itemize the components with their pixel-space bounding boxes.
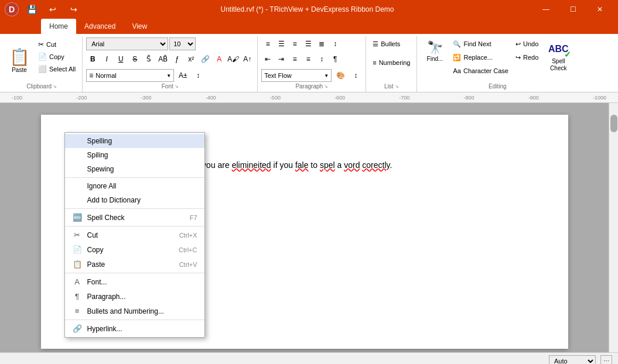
undo-button[interactable]: ↩ Undo [513,37,541,50]
font-color-button[interactable]: A [213,53,226,66]
redo-button[interactable]: ↪ Redo [513,51,541,64]
text-flow-dropdown[interactable]: Text Flow ▼ [261,69,332,82]
font-size-select[interactable]: 10 [169,37,196,50]
link-button[interactable]: 🔗 [199,53,211,66]
document-scroll[interactable]: Speling contest Speling contest - a kont… [0,103,609,352]
word-vord: vord [344,160,360,170]
highlight-button[interactable]: A🖌 [227,53,240,66]
ctx-item-ignore-all[interactable]: Ignore All [65,179,204,193]
align-left-button[interactable]: ≡ [261,37,274,50]
character-case-button[interactable]: Aa Character Case [450,64,511,77]
ctx-item-spell-check[interactable]: 🔤 Spell Check F7 [65,210,204,225]
style-dropdown[interactable]: ≡ Normal ▼ [86,69,174,82]
copy-label: Copy [49,53,64,60]
list-button[interactable]: ≡ [288,53,301,66]
ctx-item-bullets[interactable]: ≡ Bullets and Numbering... [65,304,204,318]
strikethrough-button[interactable]: S [128,53,141,66]
spell-check-icon: ABC ✓ [548,40,569,58]
list-buttons: ☰ Bullets ≡ Numbering [370,37,413,69]
close-button[interactable]: ✕ [586,0,613,19]
save-button[interactable]: 💾 [23,1,40,18]
font-special-button[interactable]: ↕ [192,69,204,82]
ctx-item-spiling[interactable]: Spiling [65,148,204,162]
word-corectly: corectly [362,160,390,170]
overline-button[interactable]: AB̄ [156,53,169,66]
para-mark-button[interactable]: ¶ [329,53,342,66]
shadow-button[interactable]: S̄ [142,53,155,66]
undo-label: Undo [523,40,538,47]
spell-check-shortcut: F7 [190,214,197,221]
para-special2[interactable]: ↕ [349,69,362,82]
text-flow-arrow: ▼ [324,73,329,78]
fontsize-up-button[interactable]: A↑ [241,53,254,66]
find-label: Find... [427,56,443,63]
formula-button[interactable]: ƒ [170,53,183,66]
ctx-item-cut[interactable]: ✂ Cut Ctrl+X [65,228,204,242]
bullets-button[interactable]: ☰ Bullets [370,37,413,50]
replace-button[interactable]: 🔁 Replace... [450,51,511,64]
align-special-button[interactable]: ≣ [315,37,328,50]
redo-quick-button[interactable]: ↪ [66,1,82,18]
list-expand[interactable]: ↘ [395,84,399,89]
font-format-button[interactable]: A± [176,69,189,82]
underline-button[interactable]: U [114,53,127,66]
para-row1: ≡ ☰ ≡ ☰ ≣ ↕ [261,37,342,50]
zoom-select[interactable]: Auto 100% 75% 50% [549,355,596,365]
cut-button[interactable]: ✂ Cut [35,39,78,50]
app-logo: D [5,2,19,16]
para-color-button[interactable]: 🎨 [334,69,347,82]
align-center-button[interactable]: ☰ [275,37,288,50]
ctx-item-hyperlink[interactable]: 🔗 Hyperlink... [65,321,204,336]
ctx-item-font[interactable]: A Font... [65,274,204,289]
context-menu: Spelling Spiling Spewing Ignore All [64,132,205,338]
line-spacing-button[interactable]: ↕ [315,53,328,66]
bold-button[interactable]: B [86,53,99,66]
indent-right-button[interactable]: ⇥ [275,53,288,66]
paste-shortcut: Ctrl+V [179,261,197,268]
numbered-list-button[interactable]: ≡ [302,53,315,66]
maximize-button[interactable]: ☐ [559,0,586,19]
tab-home[interactable]: Home [41,19,76,34]
ctx-item-paste[interactable]: 📋 Paste Ctrl+V [65,257,204,272]
paragraph-expand[interactable]: ↘ [324,84,328,89]
ctx-divider-3 [65,226,204,226]
superscript-button[interactable]: x² [185,53,197,66]
scrollbar-thumb[interactable] [610,115,617,132]
copy-button[interactable]: 📄 Copy [35,51,78,63]
cut-label: Cut [46,41,56,48]
undo-quick-button[interactable]: ↩ [45,1,61,18]
find-button[interactable]: 🔭 Find... [421,37,449,66]
ctx-item-copy[interactable]: 📄 Copy Ctrl+C [65,242,204,257]
select-all-button[interactable]: ⬜ Select All [35,63,78,75]
ctx-item-spelling[interactable]: Spelling [65,134,204,148]
character-case-label: Character Case [463,67,508,74]
ruler-inner: -100 -200 -300 -400 -500 -600 -700 -800 … [9,92,609,102]
tab-advanced[interactable]: Advanced [76,19,124,34]
font-family-select[interactable]: Arial [86,37,168,50]
status-expand-button[interactable]: ⋯ [600,355,612,365]
font-expand[interactable]: ↘ [175,84,179,89]
align-justify-button[interactable]: ☰ [302,37,315,50]
clipboard-expand[interactable]: ↘ [53,84,57,89]
minimize-button[interactable]: — [532,0,559,19]
document-container: Speling contest Speling contest - a kont… [0,103,618,352]
para-special1[interactable]: ↕ [329,37,342,50]
find-next-button[interactable]: 🔍 Find Next [450,37,511,50]
ctx-item-spewing[interactable]: Spewing [65,162,204,176]
ctx-item-add-to-dictionary[interactable]: Add to Dictionary [65,193,204,207]
align-right-button[interactable]: ≡ [288,37,301,50]
font-label: Font ↘ [86,82,254,91]
indent-left-button[interactable]: ⇤ [261,53,274,66]
cut-shortcut: Ctrl+X [179,232,197,239]
tab-view[interactable]: View [124,19,155,34]
list-group: ☰ Bullets ≡ Numbering List ↘ [367,36,417,92]
spell-check-button[interactable]: ABC ✓ Spell Check [542,37,574,75]
redo-label: Redo [523,54,538,61]
editing-group: 🔭 Find... 🔍 Find Next 🔁 Replace... Aa Ch… [418,36,578,92]
ctx-item-paragraph[interactable]: ¶ Paragraph... [65,289,204,304]
paragraph-ctx-icon: ¶ [72,292,83,301]
italic-button[interactable]: I [100,53,113,66]
paste-button[interactable]: 📋 Paste [5,37,34,82]
document-scrollbar[interactable] [609,103,618,352]
numbering-button[interactable]: ≡ Numbering [370,56,413,69]
